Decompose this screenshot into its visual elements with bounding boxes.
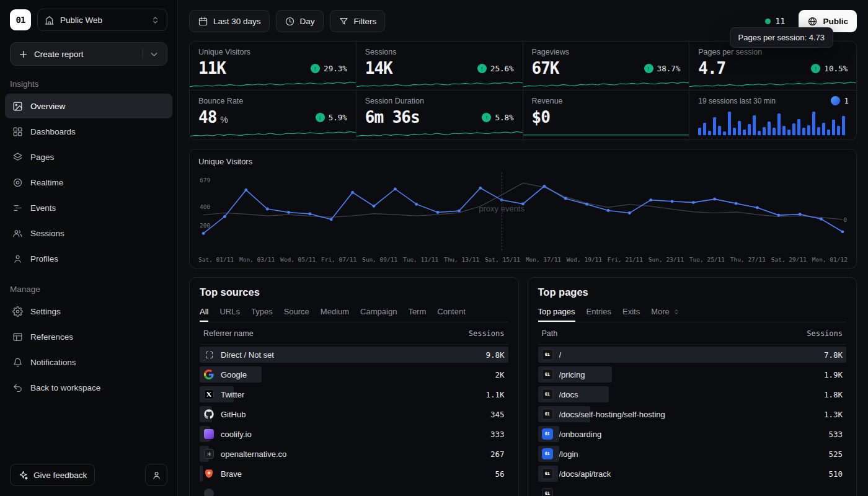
realtime-bar	[773, 128, 776, 135]
row-label: Direct / Not set	[221, 350, 274, 360]
fav-blue-icon: 01	[542, 428, 553, 440]
table-row-docs-self-hosting-self-hosting[interactable]: 01/docs/self-hosting/self-hosting1.3K	[538, 404, 847, 424]
sidebar-item-realtime[interactable]: Realtime	[5, 170, 172, 195]
globe-icon	[807, 16, 818, 27]
table-row-partial[interactable]: 01	[538, 484, 847, 496]
tab-source[interactable]: Source	[284, 306, 309, 322]
sidebar-item-notifications[interactable]: Notifications	[5, 350, 172, 374]
table-row-twitter[interactable]: Twitter1.1K	[200, 384, 508, 404]
openalternative-icon	[203, 448, 215, 459]
sidebar-item-dashboards[interactable]: Dashboards	[5, 119, 172, 144]
metric-card-sessions[interactable]: Sessions14K↑25.6%	[356, 42, 523, 91]
table-row-docs[interactable]: 01/docs1.8K	[538, 384, 847, 404]
sidebar-item-pages[interactable]: Pages	[5, 144, 172, 169]
tab-urls[interactable]: URLs	[219, 306, 240, 322]
date-range-button[interactable]: Last 30 days	[189, 10, 270, 32]
column-header-sessions: Sessions	[807, 329, 843, 338]
row-value: 1.3K	[824, 410, 843, 419]
realtime-bar	[758, 131, 761, 135]
table-row-pricing[interactable]: 01/pricing1.9K	[538, 365, 847, 384]
online-visitors-indicator[interactable]: 11	[765, 16, 785, 26]
tab-term[interactable]: Term	[408, 306, 426, 322]
metric-card-revenue[interactable]: Revenue$0	[523, 91, 690, 140]
app-logo[interactable]: 01	[10, 9, 31, 30]
metric-card-session-duration[interactable]: Session Duration6m 36s↑5.8%	[356, 91, 523, 140]
filters-button[interactable]: Filters	[330, 10, 386, 32]
table-row-brave[interactable]: Brave56	[200, 464, 508, 484]
metric-card-bounce-rate[interactable]: Bounce Rate48%↓5.9%	[190, 91, 356, 140]
workspace-selector[interactable]: Public Web	[37, 9, 167, 31]
table-row-google[interactable]: Google2K	[200, 365, 508, 384]
metric-card-pageviews[interactable]: Pageviews67K↑38.7%	[523, 42, 690, 91]
sidebar-item-label: Sessions	[30, 229, 64, 238]
sidebar-item-events[interactable]: Events	[5, 195, 172, 220]
events-icon	[12, 203, 23, 213]
table-row-onboarding[interactable]: 01/onboarding533	[538, 424, 847, 444]
tab-entries[interactable]: Entries	[587, 306, 611, 322]
trend-value: 25.6%	[490, 64, 514, 73]
row-value: 525	[828, 450, 843, 459]
table-row-coolify-io[interactable]: coolify.io333	[200, 424, 508, 444]
sidebar-item-settings[interactable]: Settings	[5, 299, 172, 324]
metric-sparkline	[190, 79, 356, 90]
trend-badge: ↑38.7%	[644, 64, 681, 73]
tab-content[interactable]: Content	[437, 306, 466, 322]
realtime-bar	[748, 124, 751, 135]
interval-button[interactable]: Day	[276, 10, 324, 32]
metric-card-pages-per-session[interactable]: Pages per session4.7↑10.5%	[689, 42, 856, 91]
table-row-openalternative-co[interactable]: openalternative.co267	[200, 444, 508, 464]
tab-types[interactable]: Types	[251, 306, 273, 322]
x-axis-tick: Mon, 17/11	[526, 256, 561, 263]
fav-dark-icon: 01	[542, 349, 553, 360]
insights-nav: OverviewDashboardsPagesRealtimeEventsSes…	[0, 94, 177, 271]
create-report-label: Create report	[34, 50, 84, 59]
table-row-login[interactable]: 01/login525	[538, 444, 847, 464]
table-row-item[interactable]: 01/7.8K	[538, 345, 847, 365]
create-report-button[interactable]: Create report	[10, 42, 167, 66]
profile-button[interactable]	[145, 464, 167, 486]
row-label: GitHub	[221, 410, 246, 419]
metric-card-unique-visitors[interactable]: Unique Visitors11K↑29.3%	[190, 42, 356, 91]
tab-medium[interactable]: Medium	[321, 306, 349, 322]
sidebar-item-profiles[interactable]: Profiles	[5, 246, 172, 271]
chevron-down-icon[interactable]	[149, 49, 159, 60]
tab-exits[interactable]: Exits	[622, 306, 640, 322]
table-header: PathSessions	[538, 322, 847, 345]
tab-top-pages[interactable]: Top pages	[538, 306, 575, 322]
sidebar-item-overview[interactable]: Overview	[5, 94, 172, 118]
trend-up-icon: ↑	[482, 113, 491, 122]
realtime-bar	[733, 128, 736, 135]
row-label: /pricing	[559, 370, 585, 379]
give-feedback-button[interactable]: Give feedback	[10, 464, 95, 486]
tab-all[interactable]: All	[200, 306, 208, 322]
x-axis-tick: Tue, 25/11	[689, 256, 725, 263]
table-row-github[interactable]: GitHub345	[200, 404, 508, 424]
chart-title: Unique Visitors	[198, 157, 848, 166]
line-chart[interactable]: 679400200 proxy events 0	[197, 171, 849, 252]
panel-title: Top sources	[200, 286, 508, 298]
fav-dark-icon: 01	[542, 468, 553, 479]
overview-icon	[12, 101, 23, 112]
building-icon	[44, 15, 55, 25]
realtime-bar	[837, 126, 840, 135]
metric-value: $0	[532, 108, 550, 126]
table-body: Direct / Not set9.8KGoogle2KTwitter1.1KG…	[200, 345, 508, 496]
sidebar-item-references[interactable]: References	[5, 324, 172, 349]
back-icon	[12, 383, 23, 393]
realtime-bar	[822, 123, 825, 135]
sidebar-item-back-to-workspace[interactable]: Back to workspace	[5, 375, 172, 400]
row-label: Brave	[221, 469, 242, 479]
metric-card-19-sessions-last-30-min[interactable]: 19 sessions last 30 min1	[689, 91, 856, 140]
table-row-partial[interactable]	[200, 484, 508, 496]
metric-value: 6m 36s	[365, 108, 420, 126]
row-label: Google	[221, 370, 247, 379]
row-value: 510	[828, 469, 843, 479]
table-row-docs-api-track[interactable]: 01/docs/api/track510	[538, 464, 847, 484]
tab-campaign[interactable]: Campaign	[360, 306, 397, 322]
table-row-direct-not-set[interactable]: Direct / Not set9.8K	[200, 345, 508, 365]
row-label: openalternative.co	[221, 450, 286, 459]
metric-sparkline	[356, 79, 523, 90]
x-axis-tick: Wed, 19/11	[567, 256, 602, 263]
sidebar-item-sessions[interactable]: Sessions	[5, 221, 172, 246]
tab-more[interactable]: More	[651, 306, 680, 322]
